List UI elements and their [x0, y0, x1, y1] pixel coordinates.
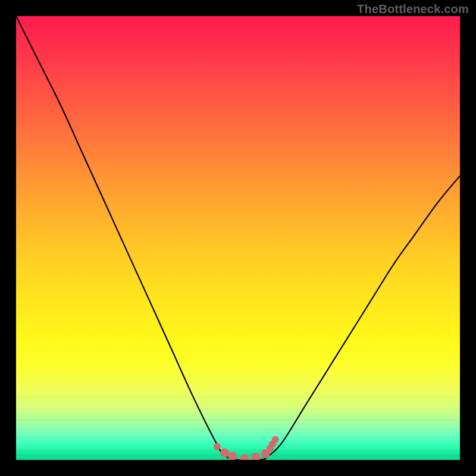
highlight-dot: [228, 452, 237, 461]
highlight-dots-group: [214, 436, 279, 460]
curve-svg: [16, 16, 460, 460]
highlight-dot: [272, 436, 279, 443]
highlight-dot: [240, 454, 249, 460]
watermark-text: TheBottleneck.com: [357, 2, 469, 16]
plot-area: [16, 16, 460, 460]
bottleneck-curve-path: [16, 16, 460, 460]
highlight-dot: [251, 453, 260, 460]
highlight-dot: [214, 443, 221, 450]
frame: TheBottleneck.com: [0, 0, 476, 476]
highlight-dot: [220, 449, 229, 458]
